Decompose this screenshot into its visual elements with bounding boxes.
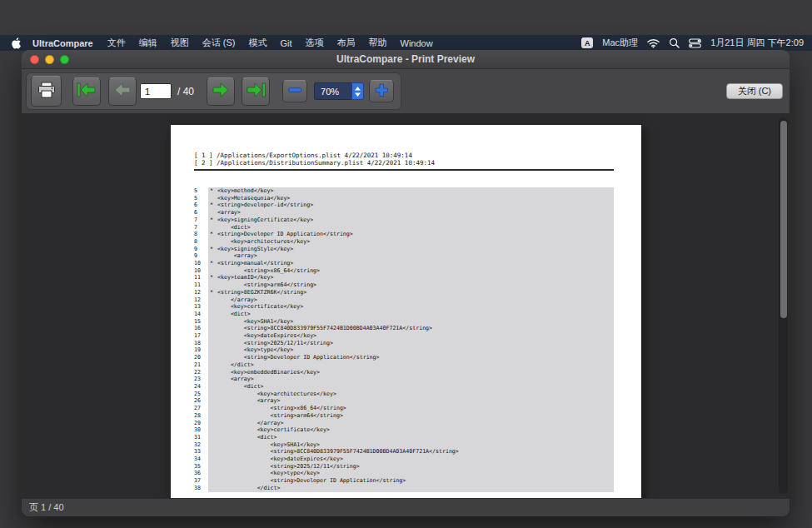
control-center-icon[interactable] — [689, 38, 701, 48]
vertical-scrollbar[interactable] — [779, 117, 788, 494]
line-band: <key>certificate</key> — [208, 426, 614, 434]
menu-item[interactable]: Window — [401, 38, 433, 48]
line-number: 31 — [194, 434, 208, 441]
diff-line: 12 </array> — [194, 296, 614, 304]
next-page-button[interactable] — [207, 77, 235, 106]
diff-marker: * — [208, 231, 217, 238]
diff-marker — [208, 470, 217, 477]
zoom-stepper[interactable] — [351, 82, 364, 100]
previous-page-icon — [112, 82, 132, 101]
line-band: <string>2025/12/11</string> — [208, 463, 614, 471]
line-band: *<key>method</key> — [208, 187, 614, 195]
input-source-icon[interactable]: A — [581, 37, 593, 48]
plus-icon — [374, 82, 389, 100]
line-number: 16 — [194, 325, 208, 332]
wifi-icon[interactable] — [647, 38, 660, 48]
diff-marker — [208, 383, 217, 391]
print-button[interactable] — [31, 76, 62, 107]
line-number: 12 — [194, 289, 208, 296]
zoom-out-button[interactable] — [282, 80, 307, 102]
scrollbar-thumb[interactable] — [780, 121, 787, 318]
diff-marker: * — [208, 260, 217, 267]
line-band: <key>type</key> — [208, 470, 614, 477]
diff-marker: * — [208, 289, 217, 296]
line-band: <string>Developer ID Application</string… — [208, 477, 614, 485]
diff-marker — [208, 224, 217, 232]
apple-menu-icon[interactable] — [12, 37, 22, 49]
close-window-button[interactable] — [30, 55, 39, 64]
zoom-select[interactable]: 70% — [314, 82, 364, 100]
line-text: <key>SHA1</key> — [217, 318, 293, 326]
line-band: <key>type</key> — [208, 346, 614, 354]
diff-marker: * — [208, 246, 217, 253]
previous-page-button[interactable] — [108, 77, 137, 106]
line-text: <string>manual</string> — [217, 260, 293, 267]
line-text: <key>certificate</key> — [217, 426, 330, 434]
menu-item[interactable]: 文件 — [107, 37, 126, 49]
line-band: *<key>teamID</key> — [208, 274, 614, 281]
line-band: <string>arm64</string> — [208, 281, 614, 289]
line-text: <string>2025/12/11</string> — [217, 463, 360, 471]
menu-app-name[interactable]: UltraCompare — [32, 38, 93, 48]
title-bar[interactable]: UltraCompare - Print Preview — [22, 50, 790, 69]
page-number-input[interactable] — [140, 83, 172, 99]
line-text: </dict> — [217, 361, 254, 369]
line-band: <string>8CC840D833979F55F7424B1D00BD4A03… — [208, 325, 614, 332]
close-preview-button[interactable]: 关闭 (C) — [726, 83, 783, 99]
line-band: </array> — [208, 296, 614, 304]
diff-line: 7 <dict> — [194, 224, 614, 232]
line-band: *<key>signingCertificate</key> — [208, 217, 614, 224]
line-text: </dict> — [217, 485, 280, 492]
diff-line: 19 <key>type</key> — [194, 346, 614, 354]
menu-clock[interactable]: 1月21日 周四 下午2:09 — [710, 37, 804, 49]
line-band: <array> — [208, 209, 614, 217]
line-number: 6 — [194, 209, 208, 217]
line-text: <string>developer-id</string> — [217, 202, 313, 209]
stepper-arrows-icon — [354, 86, 361, 97]
line-text: </array> — [217, 296, 257, 304]
menu-item[interactable]: 视图 — [171, 37, 189, 49]
diff-marker — [208, 296, 217, 304]
diff-line: 35 <string>2025/12/11</string> — [194, 463, 614, 471]
line-number: 7 — [194, 217, 208, 224]
header-divider — [194, 169, 614, 171]
minimize-window-button[interactable] — [45, 55, 54, 64]
diff-marker: * — [208, 274, 217, 281]
menu-item[interactable]: 选项 — [306, 37, 324, 49]
menu-item[interactable]: 会话 (S) — [202, 37, 236, 49]
last-page-button[interactable] — [242, 77, 270, 106]
assistant-menu-item[interactable]: Mac助理 — [602, 37, 638, 49]
line-number: 35 — [194, 463, 208, 471]
menu-item[interactable]: 编辑 — [139, 37, 157, 49]
line-number: 12 — [194, 296, 208, 304]
line-text: <key>SHA1</key> — [217, 441, 320, 449]
menu-item[interactable]: 模式 — [248, 37, 267, 49]
zoom-in-button[interactable] — [369, 80, 394, 102]
line-band: <array> — [208, 252, 614, 260]
diff-marker — [208, 325, 217, 332]
diff-line: 7 *<key>signingCertificate</key> — [194, 217, 614, 224]
menu-item[interactable]: 布局 — [337, 37, 356, 49]
diff-marker — [208, 281, 217, 289]
fullscreen-window-button[interactable] — [60, 55, 69, 64]
diff-marker — [208, 448, 217, 456]
menu-item[interactable]: 帮助 — [369, 37, 387, 49]
line-text: <key>architectures</key> — [217, 391, 336, 398]
search-icon[interactable] — [669, 37, 680, 48]
line-text: <key>type</key> — [217, 470, 320, 477]
diff-marker — [208, 463, 217, 471]
line-number: 38 — [194, 485, 208, 492]
line-number: 23 — [194, 376, 208, 383]
line-text: <string>2025/12/11</string> — [217, 340, 333, 347]
line-text: <string>Developer ID Application</string… — [217, 354, 380, 361]
first-page-button[interactable] — [72, 77, 101, 106]
menu-item[interactable]: Git — [280, 38, 291, 48]
line-text: <array> — [217, 376, 254, 383]
page-total-label: / 40 — [177, 86, 194, 97]
diff-marker — [208, 346, 217, 354]
diff-marker — [208, 397, 217, 405]
diff-line: 36 <key>type</key> — [194, 470, 614, 477]
line-number: 32 — [194, 441, 208, 449]
line-number: 6 — [194, 202, 208, 209]
line-number: 26 — [194, 397, 208, 405]
